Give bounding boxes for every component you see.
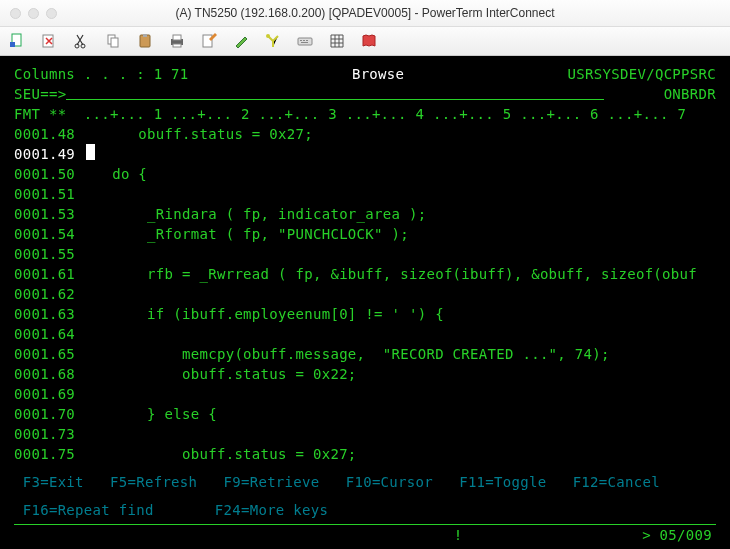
line-number: 0001.53	[14, 204, 86, 224]
svg-rect-12	[203, 35, 212, 47]
svg-rect-6	[111, 38, 118, 47]
svg-rect-14	[298, 38, 312, 45]
line-number: 0001.61	[14, 264, 86, 284]
code-text: _Rformat ( fp, "PUNCHCLOCK" );	[86, 224, 409, 244]
source-line: 0001.54 _Rformat ( fp, "PUNCHCLOCK" );	[14, 224, 716, 244]
status-line: ! > 05/009	[14, 524, 716, 545]
svg-rect-18	[301, 42, 308, 43]
titlebar: (A) TN5250 (192.168.0.200) [QPADEV0005] …	[0, 0, 730, 27]
disconnect-icon[interactable]	[40, 32, 58, 50]
source-line: 0001.50 do {	[14, 164, 716, 184]
code-text: memcpy(obuff.message, "RECORD CREATED ..…	[86, 344, 610, 364]
source-line: 0001.65 memcpy(obuff.message, "RECORD CR…	[14, 344, 716, 364]
line-number: 0001.51	[14, 184, 86, 204]
line-number: 0001.55	[14, 244, 86, 264]
line-number: 0001.64	[14, 324, 86, 344]
code-text: } else {	[86, 404, 217, 424]
seu-row: SEU==> ONBRDR	[14, 84, 716, 104]
source-line: 0001.73	[14, 424, 716, 444]
line-number: 0001.73	[14, 424, 86, 444]
source-line: 0001.70 } else {	[14, 404, 716, 424]
header-row: Columns . . . : 1 71 Browse USRSYSDEV/QC…	[14, 64, 716, 84]
source-line: 0001.63 if (ibuff.employeenum[0] != ' ')…	[14, 304, 716, 324]
svg-rect-11	[173, 44, 181, 47]
code-text: _Rindara ( fp, indicator_area );	[86, 204, 426, 224]
code-text: if (ibuff.employeenum[0] != ' ') {	[86, 304, 444, 324]
line-number: 0001.68	[14, 364, 86, 384]
source-listing: 0001.48 obuff.status = 0x27;0001.490001.…	[14, 124, 716, 464]
source-line: 0001.49	[14, 144, 716, 164]
paste-icon[interactable]	[136, 32, 154, 50]
line-number: 0001.70	[14, 404, 86, 424]
seu-prompt: SEU==>	[14, 84, 66, 104]
fkeys-row1: F3=Exit F5=Refresh F9=Retrieve F10=Curso…	[14, 472, 716, 492]
mode-label: Browse	[189, 64, 568, 84]
code-text: rfb = _Rwrread ( fp, &ibuff, sizeof(ibuf…	[86, 264, 697, 284]
source-line: 0001.62	[14, 284, 716, 304]
fkeys-row2: F16=Repeat find F24=More keys	[14, 500, 716, 520]
book-icon[interactable]	[360, 32, 378, 50]
svg-point-13	[266, 34, 270, 38]
cut-icon[interactable]	[72, 32, 90, 50]
print-icon[interactable]	[168, 32, 186, 50]
toolbar	[0, 27, 730, 56]
brush-icon[interactable]	[232, 32, 250, 50]
source-line: 0001.68 obuff.status = 0x22;	[14, 364, 716, 384]
window-title: (A) TN5250 (192.168.0.200) [QPADEV0005] …	[10, 6, 720, 20]
svg-rect-16	[303, 40, 305, 41]
edit-icon[interactable]	[200, 32, 218, 50]
line-number: 0001.75	[14, 444, 86, 464]
svg-rect-15	[300, 40, 302, 41]
cursor-position: > 05/009	[642, 525, 716, 545]
ruler: ...+... 1 ...+... 2 ...+... 3 ...+... 4 …	[66, 106, 686, 122]
source-line: 0001.75 obuff.status = 0x27;	[14, 444, 716, 464]
line-number: 0001.63	[14, 304, 86, 324]
lib-file-label: USRSYSDEV/QCPPSRC	[568, 64, 716, 84]
app-window: (A) TN5250 (192.168.0.200) [QPADEV0005] …	[0, 0, 730, 549]
copy-icon[interactable]	[104, 32, 122, 50]
svg-rect-1	[10, 42, 15, 47]
ruler-row: FMT ** ...+... 1 ...+... 2 ...+... 3 ...…	[14, 104, 716, 124]
code-text: obuff.status = 0x27;	[86, 124, 313, 144]
source-line: 0001.61 rfb = _Rwrread ( fp, &ibuff, siz…	[14, 264, 716, 284]
terminal-screen[interactable]: Columns . . . : 1 71 Browse USRSYSDEV/QC…	[0, 56, 730, 549]
tools-icon[interactable]	[264, 32, 282, 50]
svg-rect-10	[173, 35, 181, 40]
line-number: 0001.48	[14, 124, 86, 144]
line-number: 0001.69	[14, 384, 86, 404]
new-doc-icon[interactable]	[8, 32, 26, 50]
source-line: 0001.64	[14, 324, 716, 344]
member-label: ONBRDR	[664, 84, 716, 104]
seu-input[interactable]	[66, 84, 663, 104]
code-text: obuff.status = 0x27;	[86, 444, 357, 464]
grid-icon[interactable]	[328, 32, 346, 50]
line-number: 0001.50	[14, 164, 86, 184]
fmt-label: FMT **	[14, 106, 66, 122]
source-line: 0001.69	[14, 384, 716, 404]
source-line: 0001.55	[14, 244, 716, 264]
source-line: 0001.53 _Rindara ( fp, indicator_area );	[14, 204, 716, 224]
line-number: 0001.62	[14, 284, 86, 304]
code-text: do {	[86, 164, 147, 184]
line-number: 0001.49	[14, 144, 86, 164]
keyboard-icon[interactable]	[296, 32, 314, 50]
source-line: 0001.48 obuff.status = 0x27;	[14, 124, 716, 144]
columns-label: Columns . . . : 1 71	[14, 64, 189, 84]
svg-rect-17	[306, 40, 308, 41]
status-bang: !	[14, 525, 642, 545]
code-text: obuff.status = 0x22;	[86, 364, 357, 384]
text-cursor	[86, 144, 95, 160]
line-number: 0001.65	[14, 344, 86, 364]
svg-rect-8	[143, 34, 147, 37]
source-line: 0001.51	[14, 184, 716, 204]
line-number: 0001.54	[14, 224, 86, 244]
